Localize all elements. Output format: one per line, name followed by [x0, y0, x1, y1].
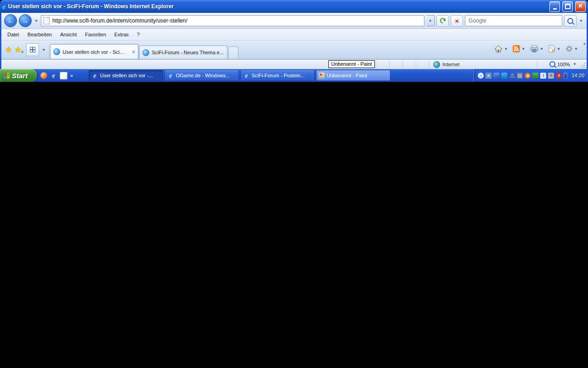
tab-2[interactable]: SciFi-Forum - Neues Thema e... — [139, 46, 227, 59]
security-alert-icon[interactable] — [556, 73, 562, 79]
page-icon — [548, 45, 555, 52]
home-dropdown-icon[interactable]: ▼ — [503, 47, 509, 51]
close-button[interactable] — [575, 1, 586, 12]
menu-item[interactable]: ? — [133, 30, 144, 39]
windows-flag-icon — [4, 72, 10, 79]
taskbar-button[interactable]: eOGame.de - Windows... — [164, 70, 239, 81]
quick-tabs-button[interactable] — [26, 43, 39, 56]
messenger-icon[interactable] — [501, 73, 507, 79]
address-page-icon — [43, 17, 50, 24]
menu-bar: DateiBearbeitenAnsichtFavoritenExtras? — [1, 29, 587, 40]
close-tab-icon[interactable] — [132, 49, 135, 55]
plus-icon: + — [21, 49, 24, 55]
hide-icons-chevron[interactable] — [478, 73, 484, 79]
toolbar-overflow-icon[interactable]: » — [583, 41, 586, 46]
home-button[interactable]: ▼ — [493, 43, 510, 55]
antivirus-icon[interactable] — [525, 73, 531, 79]
taskbar-clock: 14:20 — [571, 73, 584, 78]
print-button[interactable]: ▼ — [529, 43, 546, 55]
add-favorite-icon[interactable]: ★+ — [14, 46, 22, 54]
system-tray: 14:20 — [474, 69, 588, 82]
display-icon[interactable] — [486, 73, 492, 79]
resize-grip[interactable] — [579, 60, 587, 69]
zoom-dropdown-icon[interactable]: ▼ — [572, 62, 577, 66]
taskbar-tooltip: Unbenannt - Paint — [328, 60, 375, 68]
print-dropdown-icon[interactable]: ▼ — [539, 47, 544, 51]
refresh-button[interactable] — [436, 15, 449, 27]
menu-item[interactable]: Ansicht — [56, 30, 81, 39]
page-button[interactable]: ▼ — [547, 43, 563, 55]
taskbar-button-label: OGame.de - Windows... — [176, 73, 230, 78]
media-player-icon[interactable] — [40, 72, 47, 79]
menu-item[interactable]: Extras — [110, 30, 133, 39]
favorites-buttons: ★ ★+ ▼ — [3, 40, 48, 59]
minimize-button[interactable] — [549, 1, 560, 12]
tab-1[interactable]: User stellen sich vor - Sci... — [50, 44, 138, 59]
feeds-button[interactable]: ▼ — [511, 43, 527, 55]
tab-bar: ★ ★+ ▼ User stellen sich vor - Sci...Sci… — [1, 40, 587, 59]
warning-icon[interactable] — [509, 73, 515, 79]
taskbar-button[interactable]: Unbenannt - Paint — [316, 70, 390, 81]
zoom-panel[interactable]: 100% ▼ — [537, 61, 579, 68]
show-desktop-icon[interactable] — [60, 72, 68, 80]
taskbar-button-label: SciFi-Forum - Postein... — [252, 73, 305, 78]
stop-icon: × — [455, 17, 459, 24]
search-box[interactable] — [465, 15, 562, 26]
favorites-star-icon[interactable]: ★ — [5, 46, 12, 54]
taskbar-button[interactable]: eUser stellen sich vor -... — [89, 70, 163, 81]
security-zone-panel: Internet — [429, 61, 537, 68]
quick-launch: e » — [37, 72, 77, 80]
battery-icon[interactable] — [564, 73, 567, 79]
internet-zone-icon — [433, 61, 440, 68]
dual-monitor-icon[interactable] — [517, 73, 523, 79]
zoom-icon — [549, 61, 555, 67]
tab-list-dropdown-icon[interactable]: ▼ — [41, 48, 46, 52]
gear-icon — [565, 45, 573, 52]
zone-label: Internet — [442, 62, 459, 67]
status-panel — [376, 61, 389, 68]
search-icon — [567, 18, 573, 24]
network-activity-icon[interactable] — [493, 73, 499, 79]
address-dropdown-button[interactable]: ▼ — [426, 15, 435, 26]
start-label: Start — [12, 72, 28, 80]
back-button[interactable] — [4, 14, 17, 27]
search-button[interactable] — [564, 15, 577, 27]
menu-item[interactable]: Bearbeiten — [23, 30, 56, 39]
refresh-icon — [439, 17, 447, 24]
page-icon — [142, 49, 149, 56]
window-frame: ▼ ▼ × ▼ DateiBearbeitenAnsichtFavoritenE… — [0, 13, 588, 69]
paint-icon — [319, 73, 325, 79]
internet-explorer-icon[interactable]: e — [50, 72, 57, 79]
quick-launch-overflow-icon[interactable]: » — [70, 73, 73, 78]
address-bar[interactable] — [41, 15, 424, 26]
navigation-bar: ▼ ▼ × ▼ — [1, 13, 587, 29]
printer-icon — [530, 45, 538, 52]
start-button[interactable]: Start — [0, 69, 37, 82]
page-dropdown-icon[interactable]: ▼ — [556, 47, 561, 51]
tools-dropdown-icon[interactable]: ▼ — [573, 47, 579, 51]
history-dropdown-icon[interactable]: ▼ — [34, 19, 39, 23]
maximize-button[interactable] — [562, 1, 573, 12]
status-panel — [416, 61, 429, 68]
graphics-icon[interactable] — [532, 73, 538, 79]
wireless-icon[interactable] — [540, 73, 546, 79]
stop-button[interactable]: × — [451, 15, 463, 27]
forward-button[interactable] — [19, 14, 32, 27]
tools-button[interactable]: ▼ — [564, 43, 580, 55]
new-tab-stub[interactable] — [228, 46, 238, 59]
taskbar-button[interactable]: eSciFi-Forum - Postein... — [240, 70, 315, 81]
internet-explorer-icon: e — [167, 72, 174, 79]
menu-item[interactable]: Datei — [3, 30, 23, 39]
zoom-level: 100% — [557, 62, 570, 67]
home-icon — [494, 45, 503, 52]
network-error-icon[interactable] — [548, 73, 554, 79]
internet-explorer-icon: e — [91, 72, 98, 79]
tab-label: SciFi-Forum - Neues Thema e... — [152, 50, 224, 55]
search-input[interactable] — [468, 17, 562, 24]
search-dropdown-icon[interactable]: ▼ — [578, 19, 584, 23]
rss-icon — [513, 45, 520, 52]
address-input[interactable] — [51, 17, 423, 24]
menu-item[interactable]: Favoriten — [81, 30, 110, 39]
taskbar-button-label: User stellen sich vor -... — [100, 73, 153, 78]
feeds-dropdown-icon[interactable]: ▼ — [520, 47, 526, 51]
